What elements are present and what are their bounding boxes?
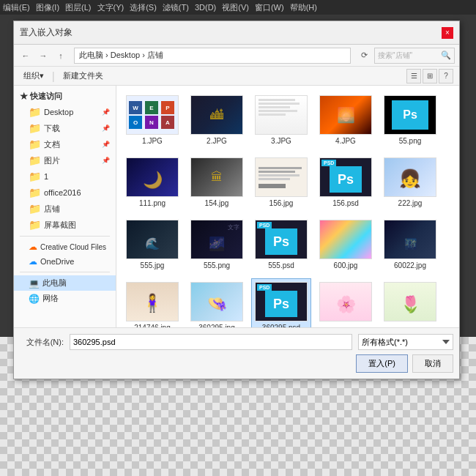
new-folder-button[interactable]: 新建文件夹 bbox=[59, 68, 107, 83]
network-icon: 🌐 bbox=[29, 294, 40, 304]
file-item-60022jpg[interactable]: 🌃 60022.jpg bbox=[380, 216, 440, 274]
file-item-555jpg[interactable]: 🌊 555.jpg bbox=[122, 216, 182, 274]
file-item-flower1[interactable]: 🌸 bbox=[316, 278, 376, 327]
file-item-214746jpg[interactable]: 🧍‍♀️ 214746.jpg bbox=[122, 278, 182, 327]
file-item-156jpg[interactable]: 156.jpg bbox=[251, 154, 311, 212]
file-thumb-flower1: 🌸 bbox=[319, 282, 372, 321]
filetype-select[interactable]: 所有格式(*.*) bbox=[358, 334, 453, 350]
docs-folder-icon: 📁 bbox=[29, 138, 41, 150]
menu-help[interactable]: 帮助(H) bbox=[290, 2, 317, 13]
view-help-button[interactable]: ? bbox=[439, 69, 453, 83]
menu-image[interactable]: 图像(I) bbox=[36, 2, 59, 13]
file-thumb-3jpg bbox=[255, 95, 308, 135]
sidebar-item-creative-cloud[interactable]: ☁ Creative Cloud Files bbox=[14, 239, 116, 254]
toolbar-separator: | bbox=[52, 70, 55, 82]
sidebar-item-download[interactable]: 📁 下载 📌 bbox=[14, 120, 116, 136]
file-item-3jpg[interactable]: 3.JPG bbox=[251, 92, 311, 149]
sidebar-network-label: 网络 bbox=[42, 293, 59, 304]
menu-3d[interactable]: 3D(D) bbox=[195, 3, 216, 12]
file-item-555psd[interactable]: PSD Ps 555.psd bbox=[251, 216, 311, 274]
up-button[interactable]: ↑ bbox=[53, 48, 68, 63]
sidebar-item-desktop[interactable]: 📁 Desktop 📌 bbox=[14, 104, 116, 120]
file-thumb-360295psd: PSD Ps bbox=[255, 282, 308, 321]
sidebar-item-network[interactable]: 🌐 网络 bbox=[14, 291, 116, 306]
file-name-154jpg: 154.jpg bbox=[205, 199, 229, 208]
file-item-600jpg[interactable]: 600.jpg bbox=[316, 216, 376, 274]
sidebar-item-pictures[interactable]: 📁 图片 📌 bbox=[14, 152, 116, 168]
file-item-222jpg[interactable]: 👧 222.jpg bbox=[380, 154, 440, 212]
file-item-111png[interactable]: 🌙 111.png bbox=[122, 154, 182, 212]
pin-icon-2: 📌 bbox=[102, 124, 110, 132]
quick-access-header[interactable]: ★ 快速访问 bbox=[14, 89, 116, 104]
menu-select[interactable]: 选择(S) bbox=[130, 2, 157, 13]
file-item-154jpg[interactable]: 🏛 154.jpg bbox=[187, 154, 247, 212]
sidebar-item-onedrive[interactable]: ☁ OneDrive bbox=[14, 254, 116, 269]
menu-view[interactable]: 视图(V) bbox=[222, 2, 249, 13]
sidebar-divider-1 bbox=[20, 236, 110, 237]
confirm-button[interactable]: 置入(P) bbox=[356, 354, 408, 373]
sidebar-item-1[interactable]: 📁 1 bbox=[14, 168, 116, 185]
search-placeholder: 搜索"店铺" bbox=[378, 51, 412, 61]
file-item-360295jpg[interactable]: 👒 360295.jpg bbox=[187, 278, 247, 327]
folder-icon: 📁 bbox=[29, 106, 41, 118]
file-name-111png: 111.png bbox=[139, 199, 166, 208]
onedrive-icon: ☁ bbox=[29, 256, 37, 267]
sidebar-item-this-pc[interactable]: 💻 此电脑 bbox=[14, 275, 116, 291]
file-grid: W E P O N A 1.JPG 🏙 2.JPG bbox=[116, 86, 459, 327]
file-thumb-154jpg: 🏛 bbox=[190, 157, 243, 197]
file-name-3jpg: 3.JPG bbox=[271, 137, 291, 146]
menu-text[interactable]: 文字(Y) bbox=[97, 2, 124, 13]
file-name-555png: 555.png bbox=[204, 261, 230, 270]
file-name-55png: 55.png bbox=[399, 137, 422, 146]
quick-access-group: ★ 快速访问 📁 Desktop 📌 📁 下载 📌 📁 文档 📌 bbox=[14, 89, 116, 233]
file-name-1jpg: 1.JPG bbox=[142, 137, 163, 146]
organize-button[interactable]: 组织▾ bbox=[20, 68, 48, 83]
sidebar-pictures-label: 图片 bbox=[44, 155, 60, 166]
dialog-title: 置入嵌入对象 bbox=[20, 26, 72, 39]
sidebar-onedrive-label: OneDrive bbox=[40, 257, 74, 266]
view-list-button[interactable]: ☰ bbox=[406, 69, 421, 83]
dialog-close-button[interactable]: × bbox=[442, 27, 453, 39]
forward-button[interactable]: → bbox=[36, 48, 51, 63]
file-name-555jpg: 555.jpg bbox=[141, 261, 165, 270]
file-item-flower2[interactable]: 🌷 bbox=[380, 278, 440, 327]
breadcrumb[interactable]: 此电脑 › Desktop › 店铺 bbox=[74, 48, 351, 64]
search-box[interactable]: 搜索"店铺" 🔍 bbox=[374, 48, 455, 64]
file-name-156jpg: 156.jpg bbox=[269, 199, 294, 208]
file-item-360295psd[interactable]: PSD Ps 360295.psd bbox=[251, 278, 311, 327]
file-item-55png[interactable]: Ps 55.png bbox=[380, 92, 440, 149]
file-item-4jpg[interactable]: 🌅 4.JPG bbox=[316, 92, 376, 149]
sidebar-office2016-label: office2016 bbox=[44, 188, 81, 197]
address-toolbar: ← → ↑ 此电脑 › Desktop › 店铺 ⟳ 搜索"店铺" 🔍 bbox=[14, 45, 459, 67]
file-name-60022jpg: 60022.jpg bbox=[394, 261, 426, 270]
refresh-button[interactable]: ⟳ bbox=[357, 48, 371, 63]
menu-edit[interactable]: 编辑(E) bbox=[3, 2, 30, 13]
file-name-2jpg: 2.JPG bbox=[207, 137, 227, 146]
dialog-footer: 文件名(N): 所有格式(*.*) 置入(P) 取消 bbox=[14, 327, 459, 379]
file-thumb-555png: 文字 🌌 bbox=[190, 220, 243, 259]
menu-filter[interactable]: 滤镜(T) bbox=[163, 2, 189, 13]
menu-layer[interactable]: 图层(L) bbox=[65, 2, 91, 13]
file-item-1jpg[interactable]: W E P O N A 1.JPG bbox=[122, 92, 182, 149]
filename-input[interactable] bbox=[70, 334, 352, 350]
file-item-156psd[interactable]: PSD Ps 156.psd bbox=[316, 154, 376, 212]
sidebar-item-screenshot[interactable]: 📁 屏幕截图 bbox=[14, 217, 116, 233]
back-button[interactable]: ← bbox=[18, 48, 33, 63]
sidebar-1-label: 1 bbox=[44, 172, 48, 181]
sidebar-creative-cloud-label: Creative Cloud Files bbox=[40, 243, 106, 251]
pin-icon-3: 📌 bbox=[102, 141, 110, 148]
menu-window[interactable]: 窗口(W) bbox=[255, 2, 284, 13]
sidebar-screenshot-label: 屏幕截图 bbox=[44, 220, 76, 231]
sidebar-item-shop[interactable]: 📁 店铺 bbox=[14, 201, 116, 217]
pin-icon-4: 📌 bbox=[102, 157, 110, 164]
view-grid-button[interactable]: ⊞ bbox=[423, 69, 437, 83]
sidebar-item-docs[interactable]: 📁 文档 📌 bbox=[14, 136, 116, 152]
file-thumb-55png: Ps bbox=[384, 95, 436, 135]
ps-menubar: 编辑(E) 图像(I) 图层(L) 文字(Y) 选择(S) 滤镜(T) 3D(D… bbox=[0, 0, 476, 15]
sidebar-item-office2016[interactable]: 📁 office2016 bbox=[14, 185, 116, 201]
cloud-icon: ☁ bbox=[29, 242, 37, 252]
cancel-button[interactable]: 取消 bbox=[412, 354, 453, 373]
screenshot-folder-icon: 📁 bbox=[29, 219, 41, 231]
file-item-2jpg[interactable]: 🏙 2.JPG bbox=[187, 92, 247, 149]
file-item-555png[interactable]: 文字 🌌 555.png bbox=[187, 216, 247, 274]
